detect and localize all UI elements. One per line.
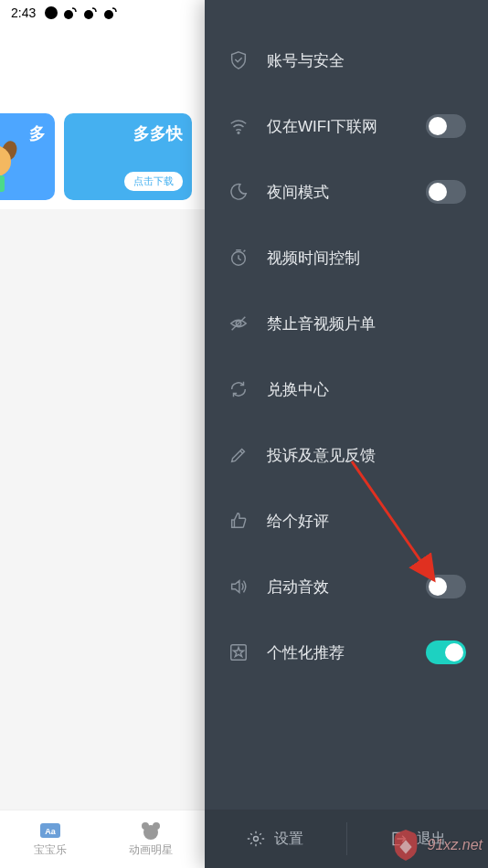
- personalized-toggle[interactable]: [426, 640, 466, 664]
- svg-point-17: [254, 837, 259, 842]
- puzzle-icon: Aa: [38, 820, 62, 841]
- menu-label: 禁止音视频片单: [267, 313, 466, 334]
- menu-label: 个性化推荐: [267, 642, 426, 663]
- watermark: 91xz.net: [388, 828, 483, 863]
- volume-icon: [227, 575, 250, 598]
- eye-off-icon: [227, 312, 250, 335]
- edit-icon: [227, 443, 250, 467]
- watermark-text: 91xz.net: [428, 837, 483, 853]
- settings-drawer: 账号与安全 仅在WIFI下联网 夜间模式 视频时间控制: [205, 0, 488, 868]
- card-download-btn[interactable]: 点击下载: [124, 172, 183, 191]
- sound-toggle[interactable]: [426, 575, 466, 598]
- card-title: 多多快: [73, 122, 183, 144]
- menu-rate[interactable]: 给个好评: [205, 488, 488, 554]
- weibo-icon: [103, 5, 118, 20]
- status-notif-icons: [45, 5, 118, 20]
- thumbs-up-icon: [227, 509, 250, 533]
- settings-button[interactable]: 设置: [205, 810, 346, 868]
- menu-label: 启动音效: [267, 577, 426, 598]
- nav-tab-baby[interactable]: Aa 宝宝乐: [0, 810, 101, 868]
- menu-feedback[interactable]: 投诉及意见反馈: [205, 422, 488, 488]
- menu-label: 兑换中心: [267, 379, 466, 400]
- svg-line-15: [232, 317, 246, 331]
- nav-label: 动画明星: [129, 842, 173, 858]
- nav-tab-anime[interactable]: 动画明星: [101, 810, 201, 868]
- promo-card-2[interactable]: 多多快 点击下载: [64, 113, 192, 200]
- gear-icon: [247, 830, 265, 848]
- menu-label: 视频时间控制: [267, 248, 466, 269]
- menu-label: 仅在WIFI下联网: [267, 116, 426, 137]
- svg-point-0: [46, 7, 57, 18]
- svg-point-11: [143, 825, 158, 840]
- star-icon: [227, 640, 250, 664]
- bear-icon: [139, 820, 163, 841]
- menu-wifi-only[interactable]: 仅在WIFI下联网: [205, 93, 488, 159]
- promo-card-1[interactable]: 多 戴: [0, 113, 55, 200]
- moon-icon: [227, 180, 250, 204]
- watermark-badge-icon: [388, 828, 423, 863]
- weibo-icon: [63, 5, 78, 20]
- menu-video-time[interactable]: 视频时间控制: [205, 225, 488, 291]
- menu-label: 给个好评: [267, 511, 466, 532]
- svg-point-2: [84, 10, 93, 19]
- svg-point-3: [104, 10, 113, 19]
- dog-illustration: [0, 141, 18, 196]
- svg-text:Aa: Aa: [45, 827, 56, 836]
- wifi-icon: [227, 114, 250, 138]
- refresh-icon: [227, 377, 250, 401]
- svg-point-12: [238, 132, 239, 133]
- menu-block-media[interactable]: 禁止音视频片单: [205, 291, 488, 356]
- menu-label: 夜间模式: [267, 182, 426, 203]
- wifi-toggle[interactable]: [426, 114, 466, 138]
- menu-sound-effect[interactable]: 启动音效: [205, 554, 488, 619]
- svg-point-1: [64, 10, 73, 19]
- drawer-menu: 账号与安全 仅在WIFI下联网 夜间模式 视频时间控制: [205, 0, 488, 810]
- night-toggle[interactable]: [426, 180, 466, 204]
- status-time: 2:43: [11, 5, 36, 20]
- nav-label: 宝宝乐: [34, 842, 67, 858]
- clock-icon: [227, 246, 250, 270]
- menu-account-security[interactable]: 账号与安全: [205, 27, 488, 93]
- menu-exchange[interactable]: 兑换中心: [205, 356, 488, 422]
- qq-icon: [45, 6, 58, 19]
- menu-label: 账号与安全: [267, 50, 466, 71]
- menu-personalized[interactable]: 个性化推荐: [205, 619, 488, 685]
- footer-label: 设置: [274, 830, 303, 849]
- menu-label: 投诉及意见反馈: [267, 445, 466, 466]
- weibo-icon: [83, 5, 98, 20]
- menu-night-mode[interactable]: 夜间模式: [205, 159, 488, 225]
- shield-icon: [227, 48, 250, 72]
